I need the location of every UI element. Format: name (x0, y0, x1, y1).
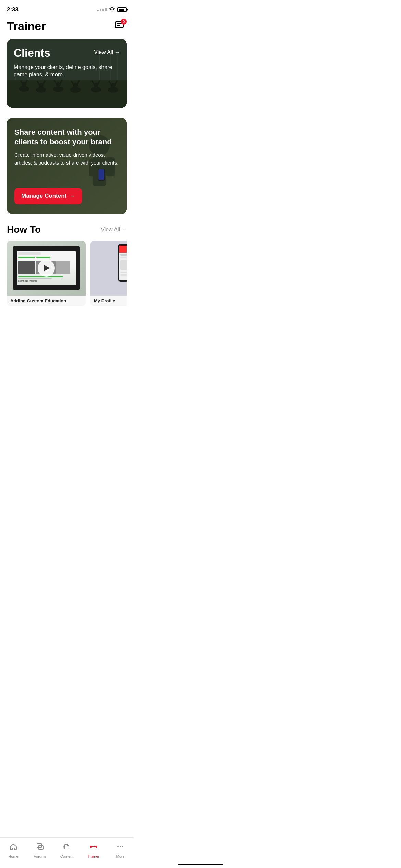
svg-rect-46 (120, 257, 127, 258)
wifi-icon (109, 7, 115, 13)
svg-rect-47 (120, 260, 127, 270)
play-icon-1 (44, 265, 50, 271)
play-button-1[interactable] (38, 260, 55, 277)
status-icons (97, 7, 127, 13)
svg-rect-48 (120, 272, 127, 273)
svg-rect-50 (126, 281, 127, 282)
clients-view-all[interactable]: View All → (94, 49, 120, 56)
video-label-2: My Profile (90, 296, 127, 306)
video-thumbnail-1: BREATHING FASCIITIS (7, 241, 86, 296)
status-time: 2:33 (7, 6, 19, 13)
signal-icon (97, 8, 107, 11)
content-overlay: Share content with your clients to boost… (7, 118, 127, 214)
phone-scene-svg (90, 241, 127, 296)
clients-overlay: Clients View All → Manage your clients, … (7, 39, 127, 108)
video-card-2[interactable]: My Profile (90, 241, 127, 306)
svg-rect-49 (120, 274, 127, 276)
battery-icon (117, 7, 127, 12)
content-description: Create informative, value-driven videos,… (14, 151, 119, 167)
how-to-title: How To (7, 224, 41, 235)
video-thumbnail-2 (90, 241, 127, 296)
clients-card[interactable]: Clients View All → Manage your clients, … (7, 39, 127, 108)
clients-title: Clients (14, 47, 50, 59)
how-to-section: How To View All → (7, 224, 127, 310)
video-cards-list: BREATHING FASCIITIS Adding Custom Educat… (7, 241, 127, 310)
messages-button[interactable]: 0 (112, 19, 127, 34)
notification-badge: 0 (121, 19, 127, 25)
content-card[interactable]: Share content with your clients to boost… (7, 118, 127, 214)
content-text-area: Share content with your clients to boost… (14, 128, 119, 167)
main-content: Clients View All → Manage your clients, … (0, 39, 134, 310)
clients-description: Manage your clients, define goals, share… (14, 63, 120, 79)
svg-rect-43 (119, 246, 127, 253)
video-card-1[interactable]: BREATHING FASCIITIS Adding Custom Educat… (7, 241, 86, 306)
page-header: Trainer 0 (0, 17, 134, 39)
video-label-1: Adding Custom Education (7, 296, 86, 306)
content-headline: Share content with your clients to boost… (14, 128, 119, 146)
how-to-header: How To View All → (7, 224, 127, 235)
how-to-view-all[interactable]: View All → (101, 227, 127, 233)
page-title: Trainer (7, 20, 46, 33)
manage-content-button[interactable]: Manage Content → (14, 188, 82, 204)
svg-rect-45 (120, 254, 127, 256)
status-bar: 2:33 (0, 0, 134, 17)
clients-header: Clients View All → (14, 47, 120, 59)
